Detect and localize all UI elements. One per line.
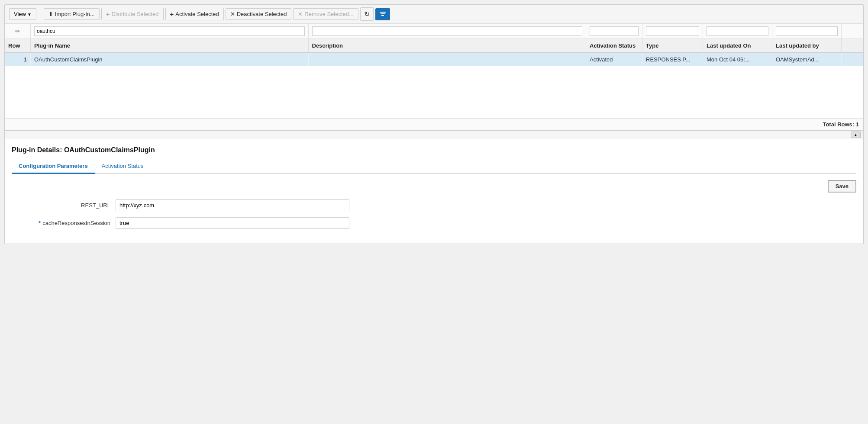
rest-url-label: REST_URL bbox=[20, 202, 116, 209]
details-section: Plug-in Details: OAuthCustomClaimsPlugin… bbox=[5, 139, 863, 244]
collapse-bar bbox=[5, 131, 863, 139]
import-label: Import Plug-in... bbox=[55, 11, 95, 17]
distribute-label: Distribute Selected bbox=[111, 11, 158, 17]
cell-type: RESPONSES P... bbox=[642, 53, 703, 66]
save-area: Save bbox=[12, 180, 856, 193]
cell-status: Activated bbox=[586, 53, 642, 66]
deactivate-label: Deactivate Selected bbox=[237, 11, 287, 17]
tab-config-label: Configuration Parameters bbox=[19, 163, 88, 169]
col-header-empty bbox=[842, 39, 863, 52]
empty-space bbox=[5, 66, 863, 118]
filter-last-cell bbox=[842, 24, 863, 39]
table-footer: Total Rows: 1 bbox=[5, 118, 863, 130]
filter-updated-by-cell bbox=[772, 24, 842, 39]
col-header-last-updated-by: Last updated by bbox=[772, 39, 842, 52]
refresh-icon bbox=[364, 10, 370, 18]
table-header: Row Plug-in Name Description Activation … bbox=[5, 39, 863, 53]
filter-name-cell bbox=[31, 24, 309, 39]
remove-label: Remove Selected... bbox=[304, 11, 353, 17]
cross-icon-deactivate bbox=[230, 11, 235, 17]
activate-label: Activate Selected bbox=[175, 11, 219, 17]
filter-button[interactable] bbox=[375, 8, 390, 20]
chevron-down-icon bbox=[27, 11, 32, 17]
svg-rect-2 bbox=[381, 15, 384, 16]
filter-icon bbox=[379, 11, 386, 18]
save-button[interactable]: Save bbox=[828, 180, 856, 193]
cell-last-empty bbox=[842, 53, 863, 66]
filter-updated-by-input[interactable] bbox=[776, 26, 838, 36]
filter-description-cell bbox=[309, 24, 587, 39]
form-row-cache: *cacheResponsesInSession bbox=[20, 217, 848, 229]
filter-updated-on-cell bbox=[703, 24, 772, 39]
svg-rect-1 bbox=[381, 13, 385, 14]
pencil-icon bbox=[15, 27, 20, 35]
cache-label: *cacheResponsesInSession bbox=[20, 220, 116, 226]
filter-name-input[interactable] bbox=[34, 26, 305, 36]
col-header-row: Row bbox=[5, 39, 31, 52]
filter-row bbox=[5, 24, 863, 39]
tab-activation-label: Activation Status bbox=[102, 163, 144, 169]
cell-description bbox=[309, 53, 587, 66]
filter-updated-on-input[interactable] bbox=[707, 26, 768, 36]
form-section: REST_URL *cacheResponsesInSession bbox=[12, 199, 856, 229]
col-header-type: Type bbox=[642, 39, 703, 52]
table-row[interactable]: 1 OAuthCustomClaimsPlugin Activated RESP… bbox=[5, 53, 863, 66]
required-indicator: * bbox=[39, 220, 41, 226]
col-header-description: Description bbox=[309, 39, 587, 52]
col-header-last-updated-on: Last updated On bbox=[703, 39, 772, 52]
upload-icon bbox=[48, 11, 53, 17]
filter-description-input[interactable] bbox=[312, 26, 583, 36]
tabs: Configuration Parameters Activation Stat… bbox=[12, 159, 856, 174]
cell-last-updated-on: Mon Oct 04 06:... bbox=[703, 53, 772, 66]
remove-selected-button[interactable]: Remove Selected... bbox=[293, 8, 358, 20]
cell-last-updated-by: OAMSystemAd... bbox=[772, 53, 842, 66]
refresh-button[interactable] bbox=[360, 7, 374, 21]
separator-1 bbox=[40, 9, 40, 19]
toolbar: View Import Plug-in... Distribute Select… bbox=[5, 5, 863, 24]
import-plugin-button[interactable]: Import Plug-in... bbox=[44, 8, 100, 20]
total-rows-label: Total Rows: 1 bbox=[823, 121, 859, 128]
plus-icon-distribute bbox=[106, 10, 110, 18]
main-container: View Import Plug-in... Distribute Select… bbox=[4, 4, 864, 244]
view-label: View bbox=[14, 11, 26, 17]
cache-responses-input[interactable] bbox=[116, 217, 349, 229]
cell-row-num: 1 bbox=[5, 53, 31, 66]
activate-selected-button[interactable]: Activate Selected bbox=[165, 8, 224, 20]
form-row-rest-url: REST_URL bbox=[20, 199, 848, 211]
table-section: Row Plug-in Name Description Activation … bbox=[5, 24, 863, 131]
edit-icon-cell bbox=[5, 24, 31, 39]
collapse-button[interactable] bbox=[851, 132, 861, 138]
filter-type-input[interactable] bbox=[646, 26, 699, 36]
filter-status-input[interactable] bbox=[590, 26, 639, 36]
filter-type-cell bbox=[642, 24, 703, 39]
svg-rect-0 bbox=[380, 12, 386, 13]
tab-configuration-parameters[interactable]: Configuration Parameters bbox=[12, 159, 95, 174]
rest-url-input[interactable] bbox=[116, 199, 349, 211]
details-title: Plug-in Details: OAuthCustomClaimsPlugin bbox=[12, 146, 856, 154]
plus-icon-activate bbox=[170, 10, 174, 18]
view-button[interactable]: View bbox=[9, 8, 36, 20]
deactivate-selected-button[interactable]: Deactivate Selected bbox=[226, 8, 292, 20]
cell-plugin-name: OAuthCustomClaimsPlugin bbox=[31, 53, 309, 66]
tab-activation-status[interactable]: Activation Status bbox=[95, 159, 151, 174]
distribute-selected-button[interactable]: Distribute Selected bbox=[101, 8, 164, 20]
table-body: 1 OAuthCustomClaimsPlugin Activated RESP… bbox=[5, 53, 863, 118]
filter-status-cell bbox=[586, 24, 642, 39]
cross-icon-remove bbox=[298, 11, 303, 17]
col-header-name: Plug-in Name bbox=[31, 39, 309, 52]
col-header-status: Activation Status bbox=[586, 39, 642, 52]
up-arrow-icon bbox=[854, 132, 858, 137]
